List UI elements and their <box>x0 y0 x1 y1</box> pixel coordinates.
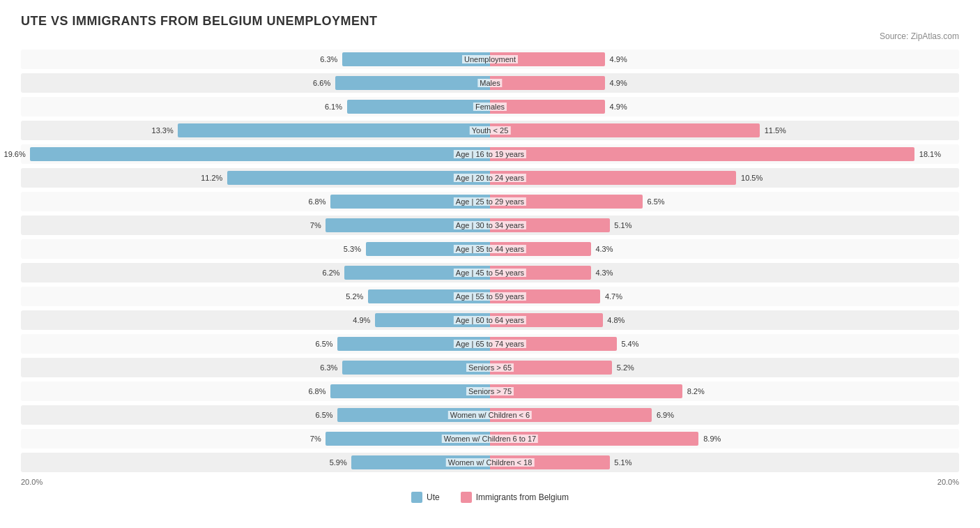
row-label: Age | 30 to 34 years <box>454 221 526 229</box>
val-ute: 4.9% <box>353 316 370 324</box>
chart-row: Age | 30 to 34 years7%5.1% <box>21 214 959 236</box>
val-belgium: 8.2% <box>687 387 705 395</box>
chart-row: Seniors > 756.8%8.2% <box>21 380 959 402</box>
bar-belgium <box>490 384 682 398</box>
row-label: Age | 35 to 44 years <box>454 245 526 253</box>
bar-ute <box>227 171 490 185</box>
val-ute: 6.8% <box>308 197 326 206</box>
val-belgium: 18.1% <box>919 150 941 158</box>
row-label: Seniors > 75 <box>466 387 514 395</box>
row-label: Age | 55 to 59 years <box>454 292 526 301</box>
val-belgium: 4.9% <box>610 79 627 87</box>
val-ute: 13.3% <box>152 126 174 135</box>
row-label: Unemployment <box>462 55 518 63</box>
chart-container: Unemployment6.3%4.9%Males6.6%4.9%Females… <box>21 48 959 474</box>
bar-belgium <box>490 123 760 137</box>
row-label: Seniors > 65 <box>466 363 514 372</box>
bar-ute <box>347 100 490 114</box>
chart-row: Age | 60 to 64 years4.9%4.8% <box>21 309 959 331</box>
val-belgium: 4.9% <box>610 55 627 63</box>
val-belgium: 5.1% <box>614 221 631 229</box>
chart-row: Unemployment6.3%4.9% <box>21 48 959 70</box>
row-label: Age | 25 to 29 years <box>454 197 526 206</box>
chart-row: Age | 16 to 19 years19.6%18.1% <box>21 143 959 165</box>
legend-ute-box <box>411 492 422 503</box>
val-ute: 6.8% <box>308 387 326 395</box>
bar-belgium <box>490 171 736 185</box>
val-belgium: 6.9% <box>657 411 674 419</box>
val-belgium: 5.1% <box>614 458 631 467</box>
val-belgium: 11.5% <box>765 126 786 135</box>
val-ute: 7% <box>310 221 321 229</box>
legend-ute: Ute <box>411 492 440 503</box>
source-label: Source: ZipAtlas.com <box>21 31 959 41</box>
chart-row: Women w/ Children < 185.9%5.1% <box>21 451 959 474</box>
row-label: Age | 20 to 24 years <box>454 174 526 182</box>
val-ute: 6.6% <box>313 79 330 87</box>
val-belgium: 4.3% <box>595 245 613 253</box>
axis-right: 20.0% <box>937 478 959 486</box>
val-belgium: 4.9% <box>610 103 627 111</box>
chart-row: Age | 45 to 54 years6.2%4.3% <box>21 262 959 284</box>
row-label: Women w/ Children < 18 <box>446 458 535 467</box>
row-label: Age | 45 to 54 years <box>454 269 526 277</box>
chart-row: Age | 35 to 44 years5.3%4.3% <box>21 238 959 260</box>
legend: Ute Immigrants from Belgium <box>21 492 959 503</box>
row-label: Age | 16 to 19 years <box>454 150 526 158</box>
row-label: Males <box>477 79 502 87</box>
chart-row: Women w/ Children < 66.5%6.9% <box>21 404 959 426</box>
row-label: Women w/ Children < 6 <box>448 411 532 419</box>
chart-row: Women w/ Children 6 to 177%8.9% <box>21 428 959 450</box>
val-ute: 5.3% <box>344 245 361 253</box>
val-ute: 6.5% <box>315 411 332 419</box>
chart-row: Youth < 2513.3%11.5% <box>21 119 959 142</box>
val-ute: 6.5% <box>315 340 332 348</box>
chart-title: UTE VS IMMIGRANTS FROM BELGIUM UNEMPLOYM… <box>21 14 959 29</box>
chart-row: Seniors > 656.3%5.2% <box>21 356 959 379</box>
row-label: Age | 60 to 64 years <box>454 316 526 324</box>
bar-belgium <box>490 76 605 90</box>
val-belgium: 6.5% <box>647 197 664 206</box>
val-ute: 6.2% <box>323 269 340 277</box>
bar-belgium <box>490 147 914 161</box>
val-ute: 11.2% <box>201 174 222 182</box>
axis-left: 20.0% <box>21 478 43 486</box>
chart-row: Males6.6%4.9% <box>21 72 959 94</box>
chart-row: Age | 65 to 74 years6.5%5.4% <box>21 333 959 355</box>
val-ute: 7% <box>310 435 321 443</box>
axis-labels: 20.0% 20.0% <box>21 478 959 486</box>
bar-ute <box>30 147 490 161</box>
row-label: Youth < 25 <box>470 126 511 135</box>
val-ute: 19.6% <box>4 150 26 158</box>
val-ute: 5.2% <box>346 292 363 301</box>
bar-ute <box>178 123 490 137</box>
legend-belgium-box <box>461 492 472 503</box>
bar-ute <box>335 76 490 90</box>
chart-row: Females6.1%4.9% <box>21 96 959 118</box>
val-belgium: 5.4% <box>621 340 638 348</box>
val-belgium: 4.3% <box>595 269 613 277</box>
legend-belgium-label: Immigrants from Belgium <box>476 492 569 502</box>
legend-ute-label: Ute <box>427 492 440 502</box>
row-label: Age | 65 to 74 years <box>454 340 526 348</box>
val-belgium: 5.2% <box>617 363 634 372</box>
val-ute: 6.3% <box>320 55 337 63</box>
val-belgium: 4.8% <box>607 316 625 324</box>
legend-belgium: Immigrants from Belgium <box>461 492 569 503</box>
chart-row: Age | 20 to 24 years11.2%10.5% <box>21 167 959 189</box>
val-belgium: 10.5% <box>741 174 763 182</box>
chart-row: Age | 25 to 29 years6.8%6.5% <box>21 190 959 213</box>
bar-belgium <box>490 100 605 114</box>
val-ute: 6.3% <box>320 363 337 372</box>
val-belgium: 4.7% <box>605 292 622 301</box>
val-belgium: 8.9% <box>703 435 721 443</box>
row-label: Women w/ Children 6 to 17 <box>442 435 538 443</box>
chart-row: Age | 55 to 59 years5.2%4.7% <box>21 285 959 308</box>
row-label: Females <box>473 103 507 111</box>
val-ute: 5.9% <box>330 458 347 467</box>
val-ute: 6.1% <box>325 103 342 111</box>
